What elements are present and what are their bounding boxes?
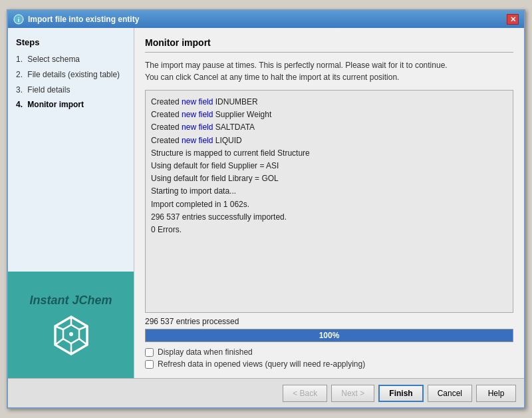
dialog-body: Steps 1. Select schema 2. File details (…: [8, 28, 524, 378]
progress-bar-container: 100%: [145, 329, 513, 342]
svg-line-7: [79, 339, 87, 345]
log-line: Structure is mapped to current field Str…: [151, 147, 507, 160]
close-button[interactable]: ✕: [507, 14, 519, 25]
log-line: Starting to import data...: [151, 185, 507, 198]
sidebar-logo: Instant JChem: [8, 272, 134, 378]
log-line: Created new field IDNUMBER: [151, 96, 507, 108]
svg-point-4: [69, 332, 73, 336]
log-line: Import completed in 1 062s.: [151, 198, 507, 211]
entries-text: 296 537 entries processed: [145, 317, 513, 326]
section-title: Monitor import: [145, 37, 513, 53]
steps-panel: Steps 1. Select schema 2. File details (…: [8, 28, 134, 272]
log-line: Created new field LIQUID: [151, 134, 507, 147]
refresh-data-label: Refresh data in opened views (query will…: [158, 359, 365, 369]
title-bar-left: i Import file into existing entity: [13, 14, 139, 25]
info-text: The import may pause at times. This is p…: [145, 59, 513, 83]
log-line: 296 537 entries successfully imported.: [151, 211, 507, 224]
progress-bar-fill: 100%: [146, 329, 513, 341]
progress-label: 100%: [319, 331, 340, 340]
log-line: Created new field Supplier Weight: [151, 108, 507, 121]
log-area: Created new field IDNUMBERCreated new fi…: [145, 90, 513, 313]
sidebar: Steps 1. Select schema 2. File details (…: [8, 28, 134, 378]
checkbox-row-2: Refresh data in opened views (query will…: [145, 359, 513, 369]
display-data-checkbox[interactable]: [145, 348, 154, 357]
hex-logo-icon: [50, 314, 92, 357]
svg-text:i: i: [18, 17, 20, 23]
dialog-title: Import file into existing entity: [28, 15, 139, 24]
title-bar: i Import file into existing entity ✕: [8, 11, 524, 28]
cancel-button[interactable]: Cancel: [428, 385, 472, 402]
dialog-icon: i: [13, 14, 24, 25]
log-line: 0 Errors.: [151, 224, 507, 236]
back-button[interactable]: < Back: [283, 385, 327, 402]
help-button[interactable]: Help: [476, 385, 516, 402]
footer: < Back Next > Finish Cancel Help: [8, 378, 524, 407]
checkbox-row-1: Display data when finished: [145, 347, 513, 357]
log-line: Using default for field Supplier = ASI: [151, 160, 507, 172]
import-dialog: i Import file into existing entity ✕ Ste…: [7, 9, 525, 409]
svg-line-9: [55, 339, 63, 345]
steps-title: Steps: [16, 37, 126, 47]
finish-button[interactable]: Finish: [378, 385, 423, 402]
refresh-data-checkbox[interactable]: [145, 360, 154, 369]
main-content: Monitor import The import may pause at t…: [134, 28, 524, 378]
log-line: Created new field SALTDATA: [151, 121, 507, 134]
step-1: 1. Select schema: [16, 54, 126, 65]
logo-text: Instant JChem: [29, 294, 112, 308]
display-data-label: Display data when finished: [158, 347, 253, 357]
svg-line-6: [79, 326, 87, 329]
step-4: 4. Monitor import: [16, 99, 126, 110]
next-button[interactable]: Next >: [331, 385, 374, 402]
step-2: 2. File details (existing table): [16, 69, 126, 81]
log-line: Using default for field Library = GOL: [151, 172, 507, 185]
svg-line-10: [55, 326, 63, 329]
step-3: 3. Field details: [16, 85, 126, 96]
